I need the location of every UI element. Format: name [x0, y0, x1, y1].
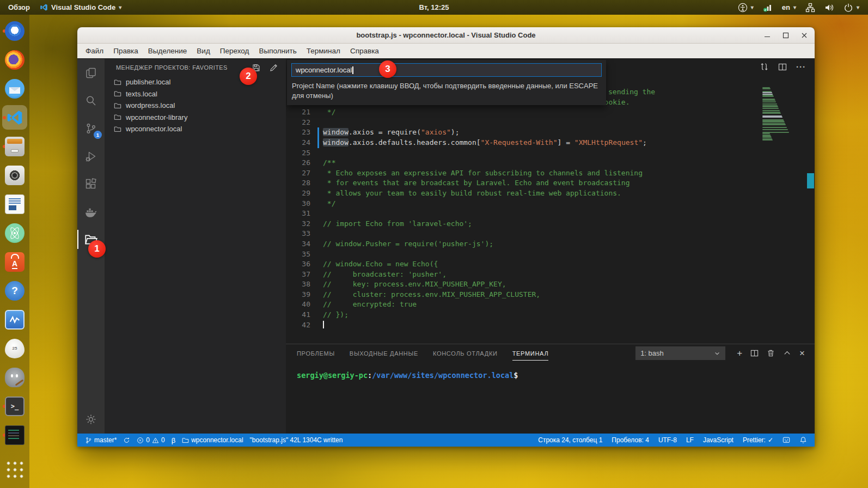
edit-projects-button[interactable] — [269, 63, 278, 72]
dock-chromium[interactable] — [2, 19, 27, 43]
dock-vscode[interactable] — [2, 105, 27, 130]
open-changes-button[interactable] — [760, 62, 769, 71]
line-number: 25 — [286, 148, 310, 158]
line-number: 28 — [286, 178, 310, 188]
dock-pomodoro-timer[interactable]: 25 — [2, 336, 27, 361]
chromium-icon — [5, 21, 25, 41]
title-bar[interactable]: bootstrap.js - wpconnector.local - Visua… — [77, 27, 815, 44]
gutter — [310, 127, 323, 138]
project-item[interactable]: wpconnector.local — [105, 123, 286, 135]
dock-gimp[interactable] — [2, 365, 27, 389]
terminal[interactable]: sergiy@sergiy-pc:/var/www/sites/wpconnec… — [286, 362, 815, 380]
dock-terminal[interactable]: >_ — [2, 394, 27, 418]
close-panel-button[interactable]: × — [799, 350, 805, 357]
ethernet-icon — [805, 3, 815, 13]
activity-source-control[interactable]: 1 — [77, 114, 105, 142]
split-terminal-button[interactable] — [750, 349, 759, 357]
menu-1[interactable]: Правка — [108, 47, 143, 55]
pencil-icon — [269, 63, 278, 72]
project-item[interactable]: texts.local — [105, 88, 286, 100]
editor[interactable]: ··· 19sending the20 * CSRF token as a he… — [286, 59, 815, 344]
app-menu[interactable]: Visual Studio Code ▾ — [40, 3, 121, 11]
quick-input-description: Project Name (нажмите клавишу ВВОД, чтоб… — [291, 81, 602, 100]
dock-ubuntu-software[interactable]: A — [2, 249, 27, 274]
notifications-button[interactable] — [799, 436, 807, 444]
panel-tab[interactable]: ВЫХОДНЫЕ ДАННЫЕ — [350, 350, 418, 357]
dock-help[interactable]: ? — [2, 278, 27, 303]
menu-0[interactable]: Файл — [81, 47, 108, 55]
activity-explorer[interactable] — [77, 59, 105, 87]
project-item[interactable]: wpconnector-library — [105, 112, 286, 124]
gutter — [310, 259, 323, 270]
menu-2[interactable]: Выделение — [143, 47, 192, 55]
code-content[interactable]: 19sending the20 * CSRF token as a header… — [286, 87, 815, 330]
feedback-button[interactable] — [783, 436, 790, 444]
activities-button[interactable]: Обзор — [8, 3, 30, 11]
network-status[interactable] — [763, 3, 773, 13]
warning-icon — [152, 437, 159, 444]
wired-network-menu[interactable] — [805, 3, 815, 13]
active-project-status[interactable]: wpconnector.local — [182, 436, 243, 444]
project-item[interactable]: publisher.local — [105, 76, 286, 88]
menu-7[interactable]: Справка — [345, 47, 384, 55]
sync-button[interactable] — [123, 437, 130, 444]
terminal-shell-select[interactable]: 1: bash — [635, 346, 725, 360]
pomodoro-timer-icon: 25 — [5, 339, 25, 358]
cursor-position-status[interactable]: Строка 24, столбец 1 — [538, 436, 602, 444]
volume-menu[interactable] — [824, 3, 834, 13]
dock-libreoffice-writer[interactable] — [2, 192, 27, 216]
eol-status[interactable]: LF — [686, 436, 694, 444]
project-name-input[interactable]: wpconnector.local — [291, 63, 602, 77]
menu-3[interactable]: Вид — [192, 47, 215, 55]
power-menu[interactable]: ▾ — [843, 3, 859, 13]
dock-firefox[interactable] — [2, 47, 27, 72]
prettier-status[interactable]: Prettier: ✓ — [743, 436, 773, 444]
dock-window-thumbnail[interactable] — [2, 423, 27, 447]
dock-thunderbird[interactable] — [2, 76, 27, 101]
problems-status[interactable]: 0 0 — [137, 436, 164, 444]
app-grid-icon — [5, 460, 24, 479]
dock-system-monitor[interactable] — [2, 307, 27, 332]
maximize-button[interactable] — [782, 32, 790, 39]
settings-gear-button[interactable] — [77, 413, 105, 426]
menu-5[interactable]: Выполнить — [254, 47, 301, 55]
activity-search[interactable] — [77, 87, 105, 114]
panel-tab[interactable]: КОНСОЛЬ ОТЛАДКИ — [433, 350, 498, 357]
gutter — [310, 290, 323, 300]
panel-tab[interactable]: ПРОБЛЕМЫ — [297, 350, 335, 357]
encoding-status[interactable]: UTF-8 — [658, 436, 677, 444]
indentation-status[interactable]: Пробелов: 4 — [612, 436, 649, 444]
dock-atom[interactable] — [2, 221, 27, 245]
menu-6[interactable]: Терминал — [302, 47, 345, 55]
project-item[interactable]: wordpress.local — [105, 100, 286, 112]
gutter — [310, 320, 323, 331]
accessibility-menu[interactable]: ▾ — [738, 3, 754, 13]
kill-terminal-button[interactable] — [767, 349, 775, 357]
git-branch-status[interactable]: master* — [85, 436, 117, 444]
maximize-panel-button[interactable] — [783, 349, 791, 357]
language-mode-status[interactable]: JavaScript — [703, 436, 733, 444]
activity-extensions[interactable] — [77, 170, 105, 198]
minimap[interactable] — [762, 87, 796, 141]
activity-docker[interactable] — [77, 198, 105, 225]
code-line: 24window.axios.defaults.headers.common["… — [286, 138, 815, 148]
atom-icon — [5, 223, 25, 243]
code-line: 42 — [286, 320, 815, 331]
dock-app-grid[interactable] — [2, 457, 27, 481]
activity-run-debug[interactable] — [77, 142, 105, 170]
menu-4[interactable]: Переход — [215, 47, 254, 55]
more-actions-button[interactable]: ··· — [796, 64, 806, 70]
language-indicator[interactable]: en ▾ — [782, 3, 796, 11]
line-number: 39 — [286, 290, 310, 300]
split-editor-button[interactable] — [778, 63, 787, 71]
line-number: 30 — [286, 199, 310, 209]
beta-extension-status[interactable]: β — [172, 436, 175, 444]
clock[interactable]: Вт, 12:25 — [419, 0, 449, 15]
dock-file-manager[interactable] — [2, 134, 27, 158]
close-button[interactable] — [800, 32, 808, 39]
gutter — [310, 118, 323, 128]
new-terminal-button[interactable]: + — [737, 350, 742, 357]
panel-tab[interactable]: ТЕРМИНАЛ — [512, 350, 549, 357]
dock-rhythmbox[interactable] — [2, 163, 27, 187]
minimize-button[interactable] — [763, 32, 771, 39]
